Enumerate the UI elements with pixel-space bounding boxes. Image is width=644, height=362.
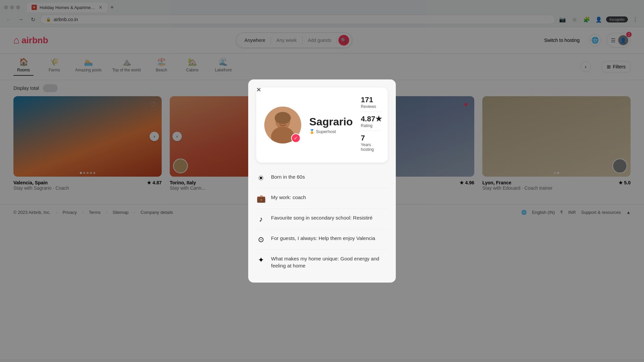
info-item-born: ☀ Born in the 60s (256, 168, 388, 188)
svg-point-5 (275, 112, 291, 124)
song-text: Favourite song in secondary school: Resi… (271, 214, 373, 221)
song-icon: ♪ (256, 215, 266, 224)
host-card: ✓ Sagrario 🏅 Superhost 171 Reviews 4.87★… (256, 87, 388, 163)
born-icon: ☀ (256, 174, 266, 183)
host-name-block: Sagrario 🏅 Superhost (309, 116, 353, 134)
host-photo-wrap: ✓ (264, 107, 301, 143)
superhost-medal-icon: 🏅 (309, 129, 315, 134)
info-item-work: 💼 My work: coach (256, 188, 388, 209)
unique-text: What makes my home unique: Good energy a… (271, 255, 388, 269)
info-item-song: ♪ Favourite song in secondary school: Re… (256, 209, 388, 229)
info-item-guests: ⊙ For guests, I always: Help them enjoy … (256, 229, 388, 250)
born-text: Born in the 60s (271, 173, 305, 180)
host-profile-modal: ✕ ✓ Sagrario (248, 79, 396, 283)
stat-rating: 4.87★ Rating (361, 115, 382, 131)
modal-overlay[interactable]: ✕ ✓ Sagrario (0, 0, 644, 359)
rating-value: 4.87★ (361, 115, 382, 123)
superhost-text: Superhost (316, 129, 336, 134)
unique-icon: ✦ (256, 256, 266, 264)
host-stats: 171 Reviews 4.87★ Rating 7 Years hosting (361, 96, 382, 155)
work-text: My work: coach (271, 194, 306, 201)
stat-years: 7 Years hosting (361, 134, 382, 155)
host-name: Sagrario (309, 116, 353, 128)
guests-icon: ⊙ (256, 235, 266, 244)
years-value: 7 (361, 134, 382, 142)
superhost-badge-icon: ✓ (291, 133, 301, 143)
work-icon: 💼 (256, 194, 266, 203)
rating-label: Rating (361, 123, 382, 128)
host-info-list: ☀ Born in the 60s 💼 My work: coach ♪ Fav… (256, 168, 388, 275)
years-label: Years hosting (361, 142, 382, 152)
reviews-value: 171 (361, 96, 382, 104)
superhost-label: 🏅 Superhost (309, 129, 353, 134)
modal-close-button[interactable]: ✕ (254, 85, 264, 95)
guests-text: For guests, I always: Help them enjoy Va… (271, 235, 375, 242)
reviews-label: Reviews (361, 104, 382, 109)
stat-reviews: 171 Reviews (361, 96, 382, 112)
info-item-unique: ✦ What makes my home unique: Good energy… (256, 250, 388, 275)
